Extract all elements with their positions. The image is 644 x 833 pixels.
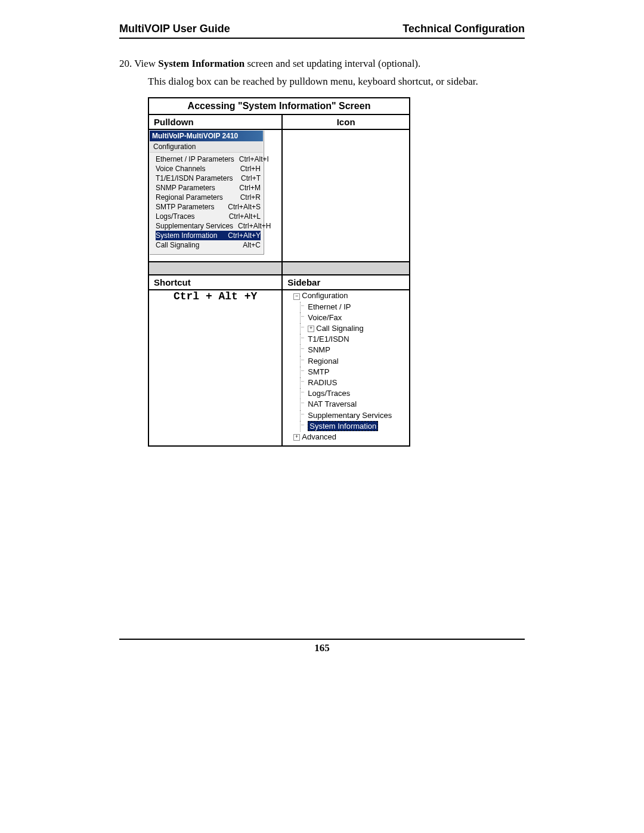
step-text-suffix: screen and set updating interval (option…: [244, 58, 420, 69]
tree-item-label: Logs/Traces: [308, 389, 350, 398]
header-left: MultiVOIP User Guide: [119, 23, 230, 35]
menu-item-label: Ethernet / IP Parameters: [156, 155, 234, 163]
app-title: MultiVoIP-MultiVOIP 2410: [152, 132, 238, 140]
menu-item-label: Call Signaling: [156, 241, 199, 249]
menu-item-label: Regional Parameters: [156, 193, 223, 202]
head-sidebar: Sidebar: [282, 275, 410, 290]
page-header: MultiVOIP User Guide Technical Configura…: [119, 23, 525, 39]
menu-item-label: SNMP Parameters: [156, 184, 215, 192]
tree-item-system-information[interactable]: System Information: [297, 421, 409, 432]
step-text-prefix: View: [134, 58, 158, 69]
tree-item-voice-fax[interactable]: Voice/Fax: [297, 312, 409, 323]
tree-advanced-label: Advanced: [302, 432, 336, 441]
tree-item-label: Supplementary Services: [308, 411, 392, 420]
tree-item-radius[interactable]: RADIUS: [297, 377, 409, 388]
tree-item-regional[interactable]: Regional: [297, 356, 409, 367]
tree-item-label: Call Signaling: [316, 324, 364, 333]
menu-item-t1-e1-isdn-parameters[interactable]: T1/E1/ISDN ParametersCtrl+T: [156, 174, 261, 183]
tree-root-configuration[interactable]: −ConfigurationEthernet / IPVoice/Fax+Cal…: [283, 290, 409, 431]
menu-item-label: T1/E1/ISDN Parameters: [156, 174, 233, 182]
menu-item-system-information[interactable]: System InformationCtrl+Alt+Y: [156, 231, 261, 240]
menu-item-voice-channels[interactable]: Voice ChannelsCtrl+H: [156, 164, 261, 174]
collapse-icon[interactable]: −: [293, 293, 300, 300]
access-table: Accessing "System Information" Screen Pu…: [148, 97, 410, 447]
cell-pulldown: MultiVoIP-MultiVOIP 2410 Configuration E…: [148, 129, 282, 262]
tree-item-label: SNMP: [308, 345, 330, 354]
tree-item-label: Ethernet / IP: [308, 302, 351, 311]
tree-item-t1-e1-isdn[interactable]: T1/E1/ISDN: [297, 334, 409, 345]
menu-item-snmp-parameters[interactable]: SNMP ParametersCtrl+M: [156, 183, 261, 193]
menu-item-regional-parameters[interactable]: Regional ParametersCtrl+R: [156, 193, 261, 202]
menu-item-shortcut: Ctrl+Alt+H: [233, 222, 271, 230]
cell-shortcut: Ctrl + Alt +Y: [148, 290, 282, 446]
tree-root-label: Configuration: [302, 291, 348, 300]
menu-item-call-signaling[interactable]: Call SignalingAlt+C: [156, 240, 261, 250]
menu-item-label: SMTP Parameters: [156, 203, 214, 211]
menu-item-shortcut: Ctrl+R: [236, 193, 261, 202]
menu-item-shortcut: Ctrl+Alt+S: [223, 203, 261, 211]
window-title: MultiVoIP-MultiVOIP 2410: [150, 131, 263, 141]
cell-icon: [282, 129, 410, 262]
tree-item-nat-traversal[interactable]: NAT Traversal: [297, 399, 409, 410]
submenu: Ethernet / IP ParametersCtrl+Alt+IVoice …: [150, 153, 263, 253]
tree-root-advanced[interactable]: +Advanced: [283, 432, 409, 442]
tree-item-smtp[interactable]: SMTP: [297, 367, 409, 377]
menu-item-label: Voice Channels: [156, 165, 205, 173]
menu-item-label: Supplementary Services: [156, 222, 233, 230]
tree-item-supplementary-services[interactable]: Supplementary Services: [297, 410, 409, 421]
head-pulldown: Pulldown: [148, 114, 282, 129]
menu-configuration[interactable]: Configuration: [150, 141, 263, 153]
tree-item-label: NAT Traversal: [308, 400, 357, 408]
tree-item-label: RADIUS: [308, 378, 337, 387]
expand-icon[interactable]: +: [308, 326, 314, 332]
menu-item-shortcut: Ctrl+M: [234, 184, 261, 192]
step-number: 20.: [119, 58, 132, 69]
head-shortcut: Shortcut: [148, 275, 282, 290]
tree-item-label: System Information: [308, 421, 378, 431]
header-right: Technical Configuration: [402, 23, 525, 35]
pulldown-window: MultiVoIP-MultiVOIP 2410 Configuration E…: [149, 130, 264, 254]
table-caption: Accessing "System Information" Screen: [148, 98, 410, 114]
menu-item-shortcut: Ctrl+T: [236, 174, 261, 182]
menu-item-label: System Information: [156, 231, 217, 240]
page-number: 165: [119, 639, 525, 654]
menu-item-logs-traces[interactable]: Logs/TracesCtrl+Alt+L: [156, 212, 261, 221]
menu-item-shortcut: Ctrl+Alt+L: [224, 212, 261, 221]
menu-item-shortcut: Ctrl+Alt+Y: [223, 231, 261, 240]
tree-item-call-signaling[interactable]: +Call Signaling: [297, 323, 409, 334]
tree-item-label: SMTP: [308, 367, 329, 376]
step-description: This dialog box can be reached by pulldo…: [148, 75, 525, 89]
expand-icon[interactable]: +: [293, 434, 300, 441]
menu-item-smtp-parameters[interactable]: SMTP ParametersCtrl+Alt+S: [156, 202, 261, 212]
menu-item-ethernet-ip-parameters[interactable]: Ethernet / IP ParametersCtrl+Alt+I: [156, 154, 261, 164]
head-icon: Icon: [282, 114, 410, 129]
menu-item-supplementary-services[interactable]: Supplementary ServicesCtrl+Alt+H: [156, 221, 261, 231]
menu-item-shortcut: Ctrl+Alt+I: [234, 155, 269, 163]
step-bold: System Information: [158, 58, 244, 69]
menu-item-shortcut: Alt+C: [238, 241, 261, 249]
tree-item-label: Regional: [308, 357, 338, 366]
tree-item-ethernet-ip[interactable]: Ethernet / IP: [297, 302, 409, 312]
tree-item-label: Voice/Fax: [308, 313, 342, 322]
menu-item-label: Logs/Traces: [156, 212, 195, 221]
page-footer: 165: [119, 639, 525, 654]
menu-item-shortcut: Ctrl+H: [236, 165, 261, 173]
tree-item-label: T1/E1/ISDN: [308, 335, 349, 343]
cell-sidebar: −ConfigurationEthernet / IPVoice/Fax+Cal…: [282, 290, 410, 446]
step-line: 20. View System Information screen and s…: [119, 57, 525, 71]
tree-item-snmp[interactable]: SNMP: [297, 345, 409, 355]
tree-item-logs-traces[interactable]: Logs/Traces: [297, 388, 409, 399]
